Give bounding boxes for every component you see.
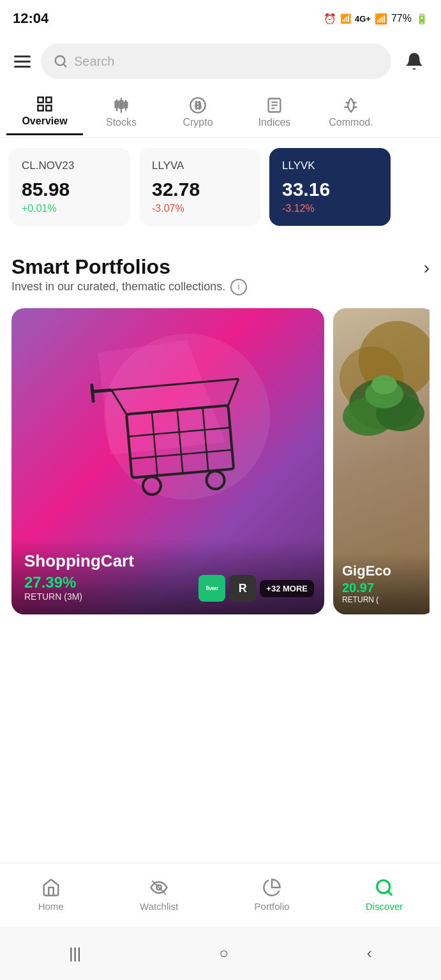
tab-crypto-label: Crypto [183,117,213,128]
status-icons: ⏰ 📶 4G+ 📶 77% 🔋 [324,13,428,25]
recent-apps-button[interactable]: ||| [50,935,100,971]
ticker-row: CL.NOV23 85.98 +0.01% LLYVA 32.78 -3.07%… [9,148,432,226]
ticker-name-cl: CL.NOV23 [22,160,117,172]
system-nav-bar: ||| ○ ‹ [0,926,441,980]
search-bar[interactable]: Search [41,43,391,79]
svg-rect-11 [124,102,128,107]
nav-item-home[interactable]: Home [26,872,77,918]
candles-icon [112,96,130,114]
svg-rect-2 [38,98,43,103]
tab-overview-label: Overview [22,115,67,127]
portfolio-return-label-ge: RETURN ( [342,595,426,604]
portfolio-name-ge: GigEco [342,563,426,579]
tab-stocks-label: Stocks [106,117,137,128]
back-button[interactable]: ‹ [348,935,391,971]
ticker-card-cl[interactable]: CL.NOV23 85.98 +0.01% [9,148,130,226]
portfolio-logos-sc: fiverr R +32 MORE [198,575,314,602]
portfolio-card-shoppingcart[interactable]: ShoppingCart 27.39% RETURN (3M) fiverr R… [11,308,324,614]
tab-indices-label: Indices [258,117,291,128]
watchlist-icon [149,878,168,897]
alarm-icon: ⏰ [324,13,336,25]
gigeco-info: GigEco 20.97 RETURN ( [333,553,430,614]
nav-item-watchlist[interactable]: Watchlist [127,872,191,918]
section-header: Smart Portfolios Invest in our curated, … [11,255,430,295]
r-logo: R [229,575,256,602]
header: Search [0,36,441,87]
svg-line-1 [63,64,66,66]
nav-item-discover[interactable]: Discover [353,872,415,918]
bottom-nav: Home Watchlist Portfolio Discover [0,863,441,926]
bell-icon [405,52,424,71]
battery-icon: 🔋 [415,13,428,25]
ticker-price-llyva: 32.78 [152,179,248,200]
tab-stocks[interactable]: Stocks [83,90,160,135]
ticker-price-llyvk: 33.16 [282,179,378,200]
svg-rect-4 [46,105,51,110]
hamburger-line-3 [14,66,31,68]
grid-icon [36,95,54,113]
svg-rect-5 [38,105,43,110]
info-button[interactable]: i [230,279,247,295]
crypto-icon [189,96,207,114]
commodities-icon [342,96,360,114]
svg-rect-3 [46,98,51,103]
ticker-price-cl: 85.98 [22,179,117,200]
nav-label-portfolio: Portfolio [255,901,290,912]
indices-icon [265,96,283,114]
notifications-button[interactable] [399,46,430,77]
smart-portfolios-section: Smart Portfolios Invest in our curated, … [0,236,441,625]
home-button[interactable]: ○ [200,935,248,971]
tab-commodities[interactable]: Commod. [313,90,389,135]
status-bar: 12:04 ⏰ 📶 4G+ 📶 77% 🔋 [0,0,441,36]
ticker-change-llyvk: -3.12% [282,203,378,214]
portfolio-cards-container: ShoppingCart 27.39% RETURN (3M) fiverr R… [11,308,430,614]
ticker-card-llyvk[interactable]: LLYVK 33.16 -3.12% [269,148,391,226]
discover-icon [375,878,394,897]
search-icon [54,54,68,68]
nav-label-discover: Discover [366,901,403,912]
see-all-button[interactable]: › [424,258,430,278]
portfolio-card-gigeco[interactable]: GigEco 20.97 RETURN ( [333,308,430,614]
tab-commodities-label: Commod. [329,117,373,128]
svg-rect-9 [120,101,123,108]
ticker-change-cl: +0.01% [22,203,117,214]
search-placeholder-text: Search [74,54,114,69]
status-time: 12:04 [13,10,49,27]
svg-line-31 [93,390,112,392]
ticker-name-llyvk: LLYVK [282,160,378,172]
ticker-section: CL.NOV23 85.98 +0.01% LLYVA 32.78 -3.07%… [0,138,441,236]
portfolio-icon [262,878,281,897]
svg-line-32 [92,385,93,401]
svg-line-43 [388,891,391,895]
tab-crypto[interactable]: Crypto [160,90,236,135]
shopping-cart-illustration [59,327,276,531]
portfolio-return-ge: 20.97 [342,581,426,595]
tab-overview[interactable]: Overview [6,89,83,135]
ticker-change-llyva: -3.07% [152,203,248,214]
tab-indices[interactable]: Indices [236,90,313,135]
wifi-icon: 📶 [375,13,387,25]
4g-icon: 4G+ [355,14,371,24]
smart-portfolios-title: Smart Portfolios [11,255,247,279]
hamburger-line-2 [14,61,31,63]
svg-point-39 [371,375,397,394]
nav-item-portfolio[interactable]: Portfolio [242,872,303,918]
menu-button[interactable] [11,53,33,70]
smart-portfolios-subtitle: Invest in our curated, thematic collecti… [11,279,247,295]
nav-tabs: Overview Stocks Crypto Indices [0,87,441,138]
battery-indicator: 77% [391,13,412,24]
home-icon [41,878,61,897]
more-logos-badge: +32 MORE [260,580,314,597]
hamburger-line-1 [14,56,31,57]
info-icon: i [238,281,240,293]
signal-icon: 📶 [340,13,351,24]
fiverr-logo: fiverr [198,575,225,602]
section-title-text: Smart Portfolios Invest in our curated, … [11,255,247,295]
svg-rect-7 [116,101,119,107]
ticker-name-llyva: LLYVA [152,160,248,172]
nav-label-watchlist: Watchlist [140,901,178,912]
ticker-card-llyva[interactable]: LLYVA 32.78 -3.07% [139,148,260,226]
portfolio-name-sc: ShoppingCart [24,551,311,571]
nav-label-home: Home [38,901,64,912]
